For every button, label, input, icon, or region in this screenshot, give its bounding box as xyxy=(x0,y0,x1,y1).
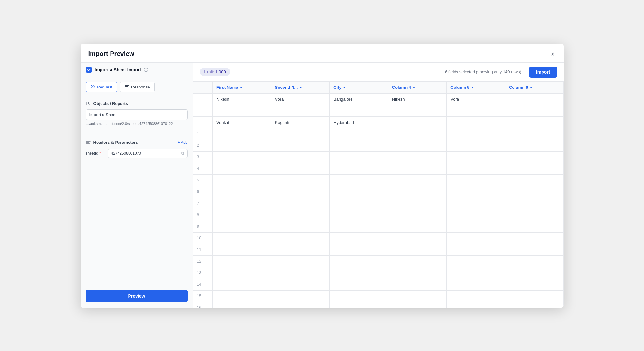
cell-column6 xyxy=(505,267,563,279)
col-header-col4[interactable]: Column 4 ▼ xyxy=(388,82,447,93)
table-row: 8 xyxy=(193,209,564,221)
preview-button[interactable]: Preview xyxy=(86,290,188,302)
modal-header: Import Preview × xyxy=(81,44,564,63)
cell-column6 xyxy=(505,198,563,209)
cell-column6 xyxy=(505,186,563,198)
cell-column5 xyxy=(447,174,505,186)
cell-first_name xyxy=(213,151,271,163)
objects-input[interactable] xyxy=(86,109,188,120)
cell-city xyxy=(330,198,388,209)
breadcrumb-label: Import a Sheet Import xyxy=(95,67,141,72)
cell-column6 xyxy=(505,279,563,290)
tab-request[interactable]: Request xyxy=(86,82,117,92)
table-row: 13 xyxy=(193,267,564,279)
cell-column6 xyxy=(505,116,563,128)
cell-column6 xyxy=(505,93,563,105)
cell-second_name xyxy=(271,209,330,221)
cell-column4 xyxy=(388,174,447,186)
col-header-col5[interactable]: Column 5 ▼ xyxy=(447,82,505,93)
cell-column6 xyxy=(505,140,563,151)
param-input-sheetid[interactable]: 42742508861070 ⧉ xyxy=(108,149,188,158)
cell-first_name xyxy=(213,163,271,174)
param-value-sheetid: 42742508861070 xyxy=(111,151,141,156)
cell-city xyxy=(330,267,388,279)
cell-column4 xyxy=(388,302,447,308)
svg-text:i: i xyxy=(146,69,147,72)
info-icon: i xyxy=(144,68,148,72)
cell-city: Bangalore xyxy=(330,93,388,105)
cell-column4 xyxy=(388,255,447,267)
cell-row_num: 2 xyxy=(193,140,213,151)
cell-city xyxy=(330,174,388,186)
cell-second_name xyxy=(271,279,330,290)
import-preview-modal: Import Preview × Import a Sheet Import i xyxy=(81,44,564,308)
right-panel: Limit: 1,000 6 fields selected (showing … xyxy=(193,63,564,308)
cell-city xyxy=(330,163,388,174)
table-header: First Name ▼ Second N... ▼ xyxy=(193,82,564,93)
cell-city xyxy=(330,151,388,163)
cell-column4 xyxy=(388,151,447,163)
cell-column6 xyxy=(505,163,563,174)
col-dropdown-icon-col5: ▼ xyxy=(471,86,474,89)
cell-row_num: 1 xyxy=(193,128,213,140)
required-star: * xyxy=(99,151,101,156)
add-param-link[interactable]: + Add xyxy=(178,140,187,145)
cell-column6 xyxy=(505,151,563,163)
cell-second_name xyxy=(271,221,330,232)
cell-city: Hyderabad xyxy=(330,116,388,128)
cell-first_name xyxy=(213,174,271,186)
left-panel: Import a Sheet Import i Request xyxy=(81,63,193,308)
col-header-col6[interactable]: Column 6 ▼ xyxy=(505,82,563,93)
close-button[interactable]: × xyxy=(550,50,556,59)
table-row: VenkatKogantiHyderabad xyxy=(193,116,564,128)
request-tab-icon xyxy=(91,84,95,90)
col-dropdown-icon-col6: ▼ xyxy=(529,86,533,89)
api-url: .../api.smartsheet.com/2.0/sheets/427425… xyxy=(86,122,188,125)
modal-title: Import Preview xyxy=(88,50,134,58)
cell-first_name xyxy=(213,105,271,116)
params-header-row: Headers & Parameters + Add xyxy=(86,140,188,145)
col-header-first-name[interactable]: First Name ▼ xyxy=(213,82,271,93)
cell-row_num: 3 xyxy=(193,151,213,163)
objects-icon xyxy=(86,101,91,106)
cell-column5 xyxy=(447,267,505,279)
import-button[interactable]: Import xyxy=(529,67,557,78)
cell-row_num: 6 xyxy=(193,186,213,198)
cell-row_num: 9 xyxy=(193,221,213,232)
cell-column5 xyxy=(447,209,505,221)
cell-row_num: 11 xyxy=(193,244,213,255)
cell-first_name xyxy=(213,232,271,244)
col-header-second-name[interactable]: Second N... ▼ xyxy=(271,82,330,93)
cell-column6 xyxy=(505,174,563,186)
cell-city xyxy=(330,290,388,302)
cell-first_name xyxy=(213,186,271,198)
params-list: sheetId * 42742508861070 ⧉ xyxy=(86,149,188,158)
cell-column6 xyxy=(505,221,563,232)
cell-column4 xyxy=(388,128,447,140)
cell-row_num xyxy=(193,105,213,116)
svg-rect-4 xyxy=(125,86,128,87)
tab-request-label: Request xyxy=(97,85,112,89)
col-header-city[interactable]: City ▼ xyxy=(330,82,388,93)
tab-response-label: Response xyxy=(131,85,150,89)
cell-first_name: Venkat xyxy=(213,116,271,128)
cell-first_name xyxy=(213,267,271,279)
cell-second_name xyxy=(271,174,330,186)
cell-second_name xyxy=(271,105,330,116)
table-row: 7 xyxy=(193,198,564,209)
cell-column5 xyxy=(447,128,505,140)
fields-info: 6 fields selected (showing only 140 rows… xyxy=(445,69,521,74)
cell-column6 xyxy=(505,302,563,308)
table-body: NikeshVoraBangaloreNikeshVoraVenkatKogan… xyxy=(193,93,564,308)
cell-column5: Vora xyxy=(447,93,505,105)
cell-column4 xyxy=(388,244,447,255)
cell-second_name: Koganti xyxy=(271,116,330,128)
tab-response[interactable]: Response xyxy=(120,82,155,92)
cell-column5 xyxy=(447,140,505,151)
cell-column4 xyxy=(388,105,447,116)
cell-row_num: 5 xyxy=(193,174,213,186)
cell-column4 xyxy=(388,198,447,209)
cell-column4 xyxy=(388,163,447,174)
table-row: 12 xyxy=(193,255,564,267)
cell-first_name xyxy=(213,198,271,209)
